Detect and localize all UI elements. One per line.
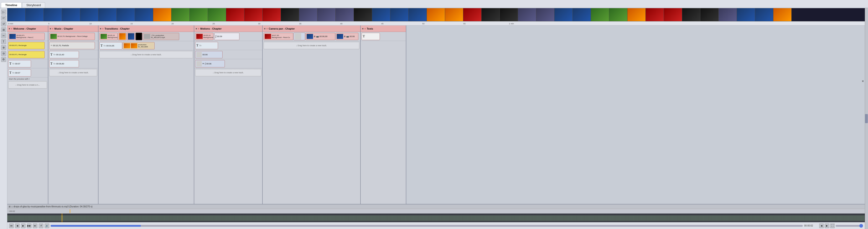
clip-texts-text[interactable]: T — [362, 33, 380, 40]
right-scrollbar[interactable] — [865, 8, 868, 229]
clip-trans-video1[interactable]: 00:05,10Background — [99, 33, 118, 40]
add-track-motions[interactable]: + — [198, 27, 199, 30]
btn-next-chapter[interactable]: ▶ — [825, 224, 829, 228]
add-track-music[interactable]: + — [52, 27, 53, 30]
chapter-transitions-header: ■ + Transitions - Chapter — [98, 26, 194, 32]
tool-select[interactable]: ▷ — [1, 9, 6, 14]
add-track-texts[interactable]: + — [364, 27, 366, 30]
chapter-camerapan-header: ■ + Camera pan - Chapter — [262, 26, 360, 32]
collapse-icon-music[interactable]: ■ — [50, 27, 51, 30]
thumb-14 — [244, 8, 262, 22]
clip-welcome-shape2[interactable]: 00:06,971, Rectangle — [8, 51, 45, 58]
clip-label-music-video: 00:10,70, Background - Flexi-Collage — [58, 35, 88, 37]
clip-thumb-trans4 — [136, 33, 141, 40]
clip-trans-text1[interactable]: T Tx 00:04,85 — [99, 42, 122, 49]
tool-redo[interactable]: ↺ — [1, 22, 6, 27]
clip-music-text2[interactable]: T Tx 00:09,80 — [49, 60, 79, 67]
drop-zone-camerapan[interactable]: ↓ Drag here to create a new track. — [264, 42, 359, 49]
tool-grid[interactable]: ⊞ — [1, 27, 6, 32]
fx-icon-music2: Tx — [53, 63, 55, 65]
progress-bar[interactable] — [51, 225, 803, 227]
clip-camerapan-v1[interactable]: 00:07,30Background - Flexi-Co — [264, 33, 293, 40]
btn-skip-forward[interactable]: ⏭ — [33, 224, 37, 228]
drop-zone-music[interactable]: ↓ Drag here to create a new track. — [49, 69, 97, 76]
btn-volume[interactable]: 🔊 — [45, 224, 49, 228]
drop-zone-welcome[interactable]: ↓ Drag here to create a n... — [8, 81, 47, 88]
clip-trans-video5[interactable]: .774, production ID_4811872.mp4 — [143, 33, 179, 40]
clip-thumb-cp3 — [307, 34, 313, 39]
audio-close-btn[interactable]: × — [862, 79, 864, 83]
tool-undo[interactable]: ↩ — [1, 15, 6, 21]
tool-settings[interactable]: ⚙ — [1, 57, 6, 62]
tool-zoom-out[interactable]: ⊖ — [1, 51, 6, 56]
audio-header: ⊞ ♫ drops-of-glas-by-musicparadise-from-… — [7, 204, 865, 209]
btn-fullscreen[interactable]: ⛶ — [830, 224, 835, 228]
ruler-mark-5: 5 — [48, 23, 50, 25]
chapter-welcome: ■ + Welcome - Chapter 00:06,971Backgroun… — [7, 26, 48, 204]
track-texts-text: T — [361, 32, 406, 41]
thumb-11 — [190, 8, 208, 22]
add-track-welcome[interactable]: + — [11, 27, 12, 30]
clip-motions-mixed1[interactable]: 00:06 — [195, 51, 222, 58]
clip-trans-video3[interactable] — [127, 33, 135, 40]
clip-camerapan-v2[interactable] — [294, 33, 305, 40]
collapse-icon-texts[interactable]: ■ — [362, 27, 364, 30]
tab-storyboard[interactable]: Storyboard — [22, 2, 45, 8]
progress-bar-fill — [51, 225, 141, 227]
clip-motions-mixed2[interactable]: ✏ ∫ 00:06 — [195, 60, 225, 67]
clip-motions-video1[interactable]: 00:05,10Background — [195, 33, 213, 40]
clip-label-cp4: 00:06 — [349, 35, 355, 38]
waveform-svg — [7, 214, 865, 222]
clip-welcome-text1[interactable]: T Tx 00:07 — [8, 60, 31, 67]
clip-welcome-shape1[interactable]: 00:06,971, Rectangle — [8, 42, 45, 49]
clip-music-text1[interactable]: T Tx 00:10,40 — [49, 51, 79, 58]
clip-trans-image1[interactable]: production ID_4811865 — [123, 42, 155, 49]
clip-motions-text[interactable]: T Tx — [195, 42, 218, 49]
clip-welcome-text2[interactable]: T Tx 00:07 — [8, 69, 31, 76]
chapter-music: ■ + Music - Chapter 00:10,70, Background… — [48, 26, 98, 204]
drop-zone-transitions[interactable]: ↓ Drag here to create a new track. — [99, 51, 193, 58]
ruler-mark-35: 35 — [299, 23, 302, 25]
chapter-transitions-title: Transitions - Chapter — [104, 27, 129, 30]
clip-icon-cp4: ⊞ — [344, 35, 346, 38]
collapse-icon-transitions[interactable]: ■ — [100, 27, 101, 30]
tab-timeline[interactable]: Timeline — [1, 2, 22, 8]
tool-zoom-in[interactable]: ⊕ — [1, 45, 6, 50]
btn-next-frame[interactable]: ▶▶ — [27, 224, 31, 228]
clip-camerapan-v4[interactable]: ⊞ 📷 00:06 — [336, 33, 359, 40]
collapse-icon-welcome[interactable]: ■ — [9, 27, 10, 30]
collapse-icon-camerapan[interactable]: ■ — [264, 27, 266, 30]
btn-loop[interactable]: ↺ — [39, 224, 43, 228]
clip-motions-video2[interactable]: ∫ 00:09 — [214, 33, 239, 40]
tool-split[interactable]: ✂ — [1, 33, 6, 38]
btn-skip-back[interactable]: ⏮ — [9, 224, 14, 228]
chapter-motions: ■ + Motions - Chapter 00:05,10Background… — [194, 26, 262, 204]
collapse-icon-motions[interactable]: ■ — [196, 27, 197, 30]
thumb-34 — [609, 8, 627, 22]
zoom-handle[interactable] — [859, 224, 863, 228]
clip-music-particle[interactable]: ✦ 00:10,70, Particle — [49, 42, 95, 49]
thumb-7 — [117, 8, 135, 22]
clip-music-video[interactable]: 00:10,70, Background - Flexi-Collage — [49, 33, 95, 40]
thumb-20 — [354, 8, 372, 22]
add-track-camerapan[interactable]: + — [266, 27, 268, 30]
audio-timecode-row: +00:02 — [7, 209, 865, 214]
thumb-16 — [281, 8, 299, 22]
text-icon-2: T — [9, 71, 11, 75]
clip-trans-video2[interactable] — [118, 33, 126, 40]
tool-text[interactable]: T — [1, 39, 6, 44]
zoom-slider[interactable] — [836, 225, 863, 227]
scrollbar-thumb[interactable] — [865, 114, 868, 123]
audio-section: ⊞ ♫ drops-of-glas-by-musicparadise-from-… — [7, 204, 865, 222]
clip-welcome-video[interactable]: 00:06,971Background - Flexi-C — [8, 33, 45, 40]
add-track-transitions[interactable]: + — [102, 27, 103, 30]
clip-camerapan-v3[interactable]: ⊞ 📷 00:06,90 — [306, 33, 335, 40]
drop-zone-motions[interactable]: ↓ Drag here to create a new track. — [195, 69, 261, 76]
btn-play[interactable]: ▶ — [21, 224, 26, 228]
clip-trans-video4[interactable] — [135, 33, 142, 40]
btn-prev-frame[interactable]: ◀ — [15, 224, 20, 228]
thumb-38 — [682, 8, 701, 22]
ruler-mark-1min: 1 min — [509, 23, 514, 25]
btn-prev-chapter[interactable]: ◀ — [819, 224, 824, 228]
thumb-32 — [573, 8, 591, 22]
